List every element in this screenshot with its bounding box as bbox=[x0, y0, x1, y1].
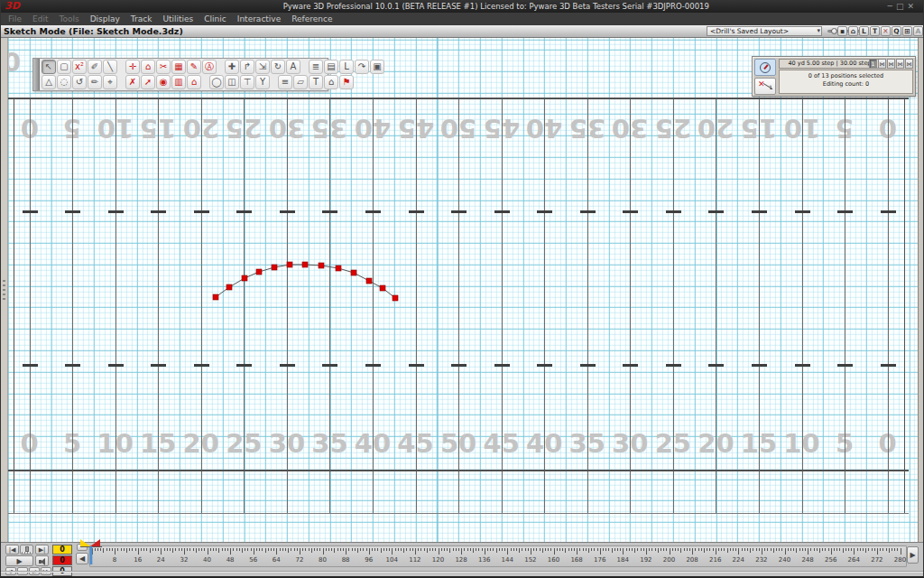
timeline-count-label: 280 bbox=[894, 556, 906, 564]
resequence-tool[interactable]: ↱ bbox=[240, 60, 254, 74]
count-marker-button[interactable]: ✕1 bbox=[754, 78, 776, 95]
tempo-gauge-button[interactable] bbox=[754, 59, 776, 76]
fence-tool[interactable]: ▥ bbox=[171, 75, 186, 89]
timeline-playhead[interactable] bbox=[88, 546, 93, 564]
column-tool[interactable]: ◫ bbox=[225, 75, 239, 89]
split-shape-tool[interactable]: ✂ bbox=[156, 60, 171, 74]
home-tool[interactable]: ⌂ bbox=[324, 75, 338, 89]
play-button[interactable]: ▶ bbox=[5, 555, 33, 566]
panel-nav-button-3[interactable]: ⋈ bbox=[896, 59, 904, 69]
top-panel-button[interactable]: T bbox=[870, 26, 880, 36]
fork-tool[interactable]: Y bbox=[255, 75, 270, 89]
left-panel-button[interactable]: L bbox=[859, 26, 869, 36]
circle-a-tool[interactable]: Ⓐ bbox=[202, 60, 217, 74]
timeline-scroll-left-button[interactable]: ◀ bbox=[76, 553, 88, 564]
home-view-button[interactable]: ⌂ bbox=[848, 26, 858, 36]
drill-position-dot[interactable] bbox=[302, 262, 308, 267]
drill-position-dot[interactable] bbox=[213, 294, 218, 300]
drill-position-dot[interactable] bbox=[272, 265, 277, 270]
field-canvas[interactable]: 0055101015152020252530303535404045455050… bbox=[1, 38, 924, 542]
drill-position-dot[interactable] bbox=[319, 263, 324, 268]
notes-tool[interactable]: ▤ bbox=[324, 60, 338, 74]
timeline-count-label: 48 bbox=[226, 556, 235, 564]
annotation-button[interactable]: A bbox=[913, 26, 923, 36]
drill-position-dot[interactable] bbox=[242, 275, 247, 281]
page-number-button[interactable]: 1 bbox=[869, 59, 877, 69]
position-anchor-tool[interactable]: ✛ bbox=[125, 60, 140, 74]
panel-grip-handle[interactable] bbox=[3, 280, 5, 300]
ellipse-tool[interactable]: ◯ bbox=[209, 75, 224, 89]
panel-nav-button-2[interactable]: ⋈ bbox=[887, 59, 895, 69]
pencil-tool[interactable]: ✏ bbox=[88, 75, 102, 89]
speaker-button[interactable] bbox=[35, 555, 49, 566]
prev-set-button[interactable]: |◀ bbox=[5, 545, 19, 555]
history-tool[interactable]: ↺ bbox=[72, 75, 87, 89]
zoom-slider-knob[interactable] bbox=[831, 28, 837, 34]
text-tool[interactable]: T bbox=[309, 75, 323, 89]
house-tool[interactable]: ⌂ bbox=[187, 75, 201, 89]
film-strip-tool[interactable]: ▣ bbox=[370, 60, 384, 74]
anchor-line-tool[interactable]: ╲ bbox=[103, 60, 117, 74]
arc-shape-tool[interactable]: ⌂ bbox=[141, 60, 155, 74]
folder-tool[interactable]: ▱ bbox=[293, 75, 308, 89]
palette-drag-handle[interactable] bbox=[33, 59, 40, 90]
timeline-ruler[interactable]: 8162432404856647280889610411212012813614… bbox=[89, 545, 907, 567]
move-tool[interactable]: ✚ bbox=[225, 60, 239, 74]
selection-tool[interactable]: ↖ bbox=[42, 60, 56, 74]
timeline-tick bbox=[193, 548, 194, 551]
pen-line-tool[interactable]: ✐ bbox=[88, 60, 102, 74]
circle-position-tool[interactable]: ◉ bbox=[156, 75, 171, 89]
drill-position-dot[interactable] bbox=[256, 269, 262, 275]
timeline-tick bbox=[410, 548, 411, 551]
menu-interactive[interactable]: Interactive bbox=[237, 14, 281, 23]
dot-button[interactable]: ▪ bbox=[837, 26, 847, 36]
drill-position-dot[interactable] bbox=[366, 278, 372, 284]
timeline-tick bbox=[112, 548, 113, 551]
align-tool[interactable]: ≣ bbox=[309, 60, 323, 74]
drill-position-dot[interactable] bbox=[226, 284, 232, 290]
rotate-tool[interactable]: ↻ bbox=[271, 60, 285, 74]
layout-dropdown[interactable]: <Drill's Saved Layout>▾ bbox=[707, 26, 822, 36]
next-set-button[interactable]: ▶| bbox=[35, 545, 49, 555]
arrow-position-tool[interactable]: ➚ bbox=[141, 75, 155, 89]
drill-position-dot[interactable] bbox=[393, 295, 398, 301]
marquee-select-tool[interactable]: ▢ bbox=[57, 60, 71, 74]
menu-utilities[interactable]: Utilities bbox=[162, 14, 193, 23]
panel-nav-button-1[interactable]: ⋈ bbox=[878, 59, 886, 69]
menu-clinic[interactable]: Clinic bbox=[204, 14, 226, 23]
triangle-tool[interactable]: △ bbox=[42, 75, 56, 89]
drill-position-dot[interactable] bbox=[380, 285, 385, 291]
close-button[interactable]: ✕ bbox=[907, 2, 918, 11]
menu-display[interactable]: Display bbox=[90, 14, 120, 23]
close-panel-button[interactable]: ✕ bbox=[881, 26, 891, 36]
zoom-tool-button[interactable]: Q bbox=[892, 26, 901, 36]
menu-file[interactable]: File bbox=[8, 14, 22, 23]
pin-tool[interactable]: ⌖ bbox=[103, 75, 117, 89]
t-down-tool[interactable]: ⊤ bbox=[240, 75, 254, 89]
timeline-tick bbox=[273, 548, 274, 551]
panel-nav-button-4[interactable]: ⋈ bbox=[905, 59, 913, 69]
block-tool[interactable]: ▦ bbox=[171, 60, 186, 74]
menu-edit[interactable]: Edit bbox=[32, 14, 48, 23]
delete-position-tool[interactable]: x² bbox=[72, 60, 87, 74]
lasso-tool[interactable]: ◌ bbox=[57, 75, 71, 89]
timeline-scroll-right-button[interactable]: ▶ bbox=[907, 546, 919, 564]
delete-x-tool[interactable]: ✗ bbox=[125, 75, 140, 89]
resize-tool[interactable]: ⇲ bbox=[255, 60, 270, 74]
grid-toggle-button[interactable]: ⊞ bbox=[902, 26, 912, 36]
tempo-mini-slider[interactable] bbox=[20, 545, 33, 555]
justify-tool[interactable]: ≡ bbox=[278, 75, 292, 89]
arrow-a-tool[interactable]: A bbox=[286, 60, 300, 74]
menu-track[interactable]: Track bbox=[131, 14, 152, 23]
menu-tools[interactable]: Tools bbox=[60, 14, 79, 23]
drill-position-dot[interactable] bbox=[336, 266, 341, 271]
label-l-tool[interactable]: L bbox=[339, 60, 354, 74]
menu-reference[interactable]: Reference bbox=[291, 14, 332, 23]
freeform-tool[interactable]: ✎ bbox=[187, 60, 201, 74]
drill-position-dot[interactable] bbox=[351, 270, 356, 275]
drill-position-dot[interactable] bbox=[287, 262, 292, 267]
flag-tool[interactable]: ⚑ bbox=[339, 75, 354, 89]
minimize-button[interactable]: ─ bbox=[888, 2, 896, 11]
maximize-button[interactable]: □ bbox=[896, 2, 908, 11]
curve-arrow-tool[interactable]: ↷ bbox=[355, 60, 369, 74]
